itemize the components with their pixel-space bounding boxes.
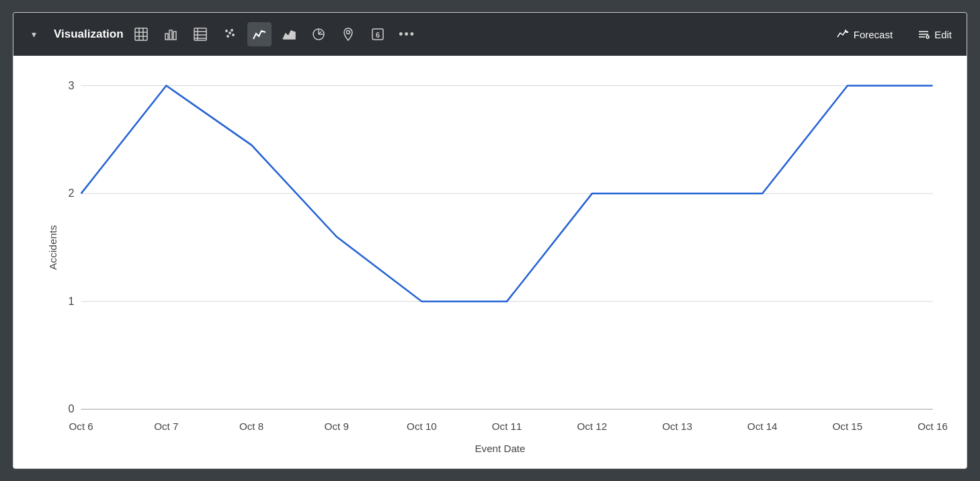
svg-rect-7 <box>173 32 176 40</box>
visualization-panel: ▾ Visualization <box>13 12 967 469</box>
svg-text:6: 6 <box>376 31 380 39</box>
number-icon-btn[interactable]: 6 <box>366 22 390 46</box>
edit-label: Edit <box>934 29 952 40</box>
area-chart-icon-btn[interactable] <box>277 22 301 46</box>
svg-text:Oct 12: Oct 12 <box>577 421 607 432</box>
pie-chart-icon-btn[interactable] <box>307 22 331 46</box>
svg-point-14 <box>231 29 233 32</box>
edit-button[interactable]: Edit <box>910 24 958 45</box>
svg-rect-6 <box>169 30 172 40</box>
svg-text:3: 3 <box>69 79 75 91</box>
svg-text:0: 0 <box>69 402 75 414</box>
svg-text:Oct 8: Oct 8 <box>239 421 263 432</box>
svg-text:Accidents: Accidents <box>47 225 58 270</box>
toolbar-right: Forecast Edit <box>829 24 958 45</box>
svg-point-16 <box>232 34 235 36</box>
svg-text:Oct 14: Oct 14 <box>747 421 778 432</box>
chart-area: Accidents 0123Oct 6Oct 7Oct 8Oct 9Oct 10… <box>13 56 967 468</box>
table-icon-btn[interactable] <box>129 22 153 46</box>
svg-text:Event Date: Event Date <box>475 443 525 454</box>
more-icon-btn[interactable]: ••• <box>395 22 419 46</box>
svg-text:Oct 9: Oct 9 <box>325 421 349 432</box>
svg-text:2: 2 <box>69 187 75 199</box>
svg-text:Oct 10: Oct 10 <box>407 421 437 432</box>
svg-text:Oct 15: Oct 15 <box>833 421 863 432</box>
svg-point-29 <box>926 36 929 38</box>
panel-title: Visualization <box>54 28 124 41</box>
svg-text:Oct 13: Oct 13 <box>662 421 692 432</box>
map-pin-icon-btn[interactable] <box>336 22 360 46</box>
forecast-label: Forecast <box>854 29 893 40</box>
svg-text:Oct 11: Oct 11 <box>492 421 522 432</box>
bar-chart-icon-btn[interactable] <box>159 22 183 46</box>
svg-text:Oct 7: Oct 7 <box>154 421 178 432</box>
svg-point-13 <box>225 30 228 32</box>
svg-text:Oct 16: Oct 16 <box>917 421 948 432</box>
svg-text:1: 1 <box>69 295 75 307</box>
svg-rect-5 <box>165 34 168 40</box>
chart-svg: 0123Oct 6Oct 7Oct 8Oct 9Oct 10Oct 11Oct … <box>47 72 953 457</box>
svg-point-17 <box>229 32 231 34</box>
svg-point-21 <box>346 31 350 34</box>
forecast-button[interactable]: Forecast <box>829 24 899 45</box>
line-chart-icon-btn[interactable] <box>247 22 272 46</box>
svg-text:Oct 6: Oct 6 <box>69 421 93 432</box>
svg-rect-0 <box>135 28 147 40</box>
svg-point-15 <box>227 35 229 38</box>
scatter-icon-btn[interactable] <box>218 22 242 46</box>
toolbar-left: ▾ Visualization <box>22 22 825 46</box>
collapse-button[interactable]: ▾ <box>22 22 46 46</box>
toolbar: ▾ Visualization <box>13 13 967 56</box>
gantt-icon-btn[interactable] <box>188 22 212 46</box>
